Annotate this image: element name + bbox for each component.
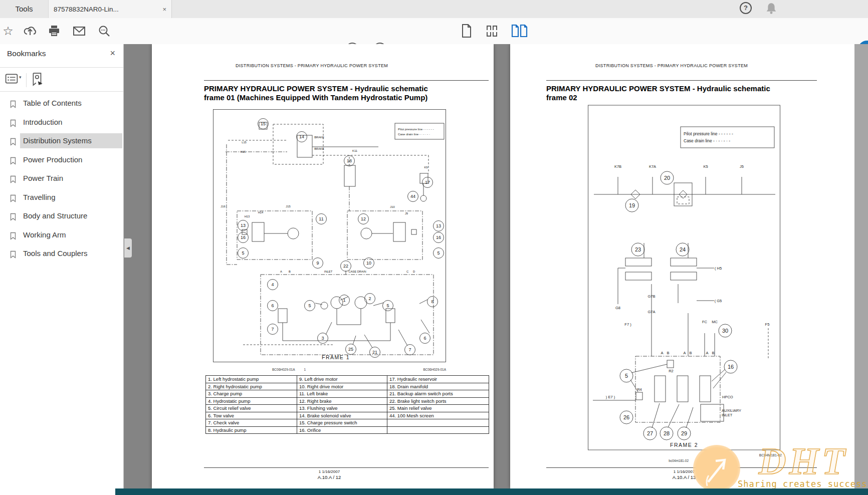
document-area: DISTRIBUTION SYSTEMS - PRIMARY HYDRAULIC… — [124, 44, 868, 488]
svg-text:24: 24 — [680, 246, 686, 253]
bookmark-icon — [9, 100, 17, 108]
legend-cell: 14. Brake solenoid valve — [297, 412, 387, 419]
legend-cell: 2. Right hydrostatic pump — [206, 383, 297, 390]
svg-text:2: 2 — [368, 296, 371, 301]
svg-text:21: 21 — [372, 350, 377, 355]
bookmark-item[interactable]: Power Production — [0, 152, 123, 170]
bookmark-icon — [9, 119, 17, 127]
callout-2: 2 — [365, 294, 375, 304]
schematic-linework — [226, 122, 433, 355]
legend-box: Pilot pressure line - - - - - -Case drai… — [681, 127, 774, 148]
port-label: G7A — [647, 310, 655, 314]
bookmark-item[interactable]: Travelling — [0, 190, 123, 208]
legend-cell: 21. Backup alarm switch ports — [387, 390, 489, 398]
options-caret-icon[interactable]: ▾ — [19, 75, 22, 80]
port-label: MC — [712, 320, 718, 324]
callout-14: 14 — [297, 132, 307, 142]
watermark-arrow-badge — [693, 445, 740, 492]
svg-text:Pilot pressure line - - - - -: Pilot pressure line - - - - - - — [398, 127, 434, 131]
bookmark-item[interactable]: Tools and Couplers — [0, 246, 123, 264]
tab-document[interactable]: 87578832NAR0-Lin... × — [49, 0, 172, 18]
port-label: A — [661, 351, 663, 355]
table-row: 1. Left hydrostatic pump9. Left drive mo… — [206, 376, 489, 383]
callout-12: 12 — [358, 214, 369, 224]
tab-close-icon[interactable]: × — [162, 6, 166, 13]
svg-text:20: 20 — [664, 175, 670, 181]
port-label: ( H5 — [715, 266, 722, 271]
legend-cell: 3. Charge pump — [206, 390, 297, 398]
port-label: B — [689, 351, 692, 355]
figure-caption: BC06H029-01A1 — [272, 368, 306, 371]
single-page-view-icon[interactable] — [461, 24, 475, 38]
hydraulic-schematic-frame2: Pilot pressure line - - - - - -Case drai… — [588, 98, 780, 451]
sidebar-collapse-button[interactable]: ◀ — [124, 238, 132, 258]
callout-17: 17 — [422, 177, 433, 188]
svg-text:14: 14 — [299, 134, 304, 139]
port-label: G8 — [615, 306, 620, 310]
port-label: A — [280, 270, 282, 273]
callout-6: 6 — [420, 333, 430, 344]
callout-11: 11 — [316, 214, 327, 224]
bookmark-item[interactable]: Distribution Systems — [0, 133, 123, 151]
bookmark-item[interactable]: Body and Structure — [0, 208, 123, 226]
bookmark-item-label: Working Arm — [20, 227, 122, 242]
table-row: 7. Check valve15. Charge pressure switch — [206, 419, 489, 427]
help-icon[interactable]: ? — [740, 2, 752, 14]
print-icon[interactable] — [47, 24, 61, 38]
port-label: K11 — [352, 149, 357, 152]
svg-text:16: 16 — [728, 364, 734, 370]
watermark-tagline: Sharing creates success — [738, 479, 867, 489]
table-row: 5. Circuit relief valve13. Flushing valv… — [206, 405, 489, 412]
callout-23: 23 — [631, 243, 644, 256]
bookmark-item[interactable]: Table of Contents — [0, 96, 123, 114]
callout-25: 25 — [346, 344, 356, 355]
callout-22: 22 — [341, 261, 351, 272]
locate-bookmark-icon[interactable] — [31, 72, 44, 88]
legend-cell: 4. Hydrostatic pump — [206, 397, 297, 405]
search-zoom-icon[interactable] — [97, 24, 111, 38]
bookmark-item[interactable]: Power Train — [0, 171, 123, 189]
callout-16: 16 — [238, 232, 249, 243]
scrollbar-track[interactable] — [854, 44, 868, 488]
bookmarks-close-icon[interactable]: × — [110, 48, 115, 59]
port-label: H13 — [245, 215, 250, 218]
bottom-bar — [115, 488, 868, 495]
callout-5: 5 — [238, 248, 249, 259]
acrobat-window: Tools 87578832NAR0-Lin... × ? ☆ — [0, 0, 868, 495]
favorite-star-icon[interactable]: ☆ — [1, 24, 15, 38]
svg-text:27: 27 — [647, 430, 653, 436]
legend-cell: 10. Right drive motor — [297, 383, 387, 390]
bell-icon[interactable] — [765, 2, 778, 15]
tab-document-label: 87578832NAR0-Lin... — [54, 6, 159, 13]
figure-code: BC06H029-01A — [362, 368, 446, 371]
tab-bar: Tools 87578832NAR0-Lin... × ? — [0, 0, 868, 19]
bookmark-options-icon[interactable] — [5, 73, 18, 86]
svg-text:17: 17 — [425, 180, 430, 185]
share-upload-icon[interactable] — [23, 24, 37, 38]
bookmark-item[interactable]: Introduction — [0, 115, 123, 133]
port-label: K15 — [241, 150, 246, 153]
port-label: ( G5 — [715, 299, 722, 303]
svg-text:10: 10 — [366, 261, 371, 266]
legend-cell: 22. Brake light switch ports — [387, 397, 489, 405]
email-icon[interactable] — [72, 24, 86, 38]
table-row: 3. Charge pump11. Left brake21. Backup a… — [206, 390, 489, 398]
svg-text:DHT: DHT — [758, 440, 848, 482]
legend-cell: 6. Tow valve — [206, 412, 297, 419]
scrolling-view-icon[interactable] — [485, 24, 499, 38]
bookmark-item-label: Body and Structure — [20, 208, 122, 223]
table-row: 2. Right hydrostatic pump10. Right drive… — [206, 383, 489, 390]
callout-6: 6 — [268, 301, 278, 311]
svg-text:25: 25 — [348, 347, 353, 352]
legend-cell: 25. Main relief valve — [387, 405, 489, 412]
port-label: J15 — [286, 205, 290, 208]
callout-7: 7 — [268, 324, 278, 335]
bookmark-item[interactable]: Working Arm — [0, 227, 123, 245]
tab-tools[interactable]: Tools — [0, 0, 49, 18]
callout-5: 5 — [433, 248, 444, 259]
port-label: INLET — [722, 413, 733, 417]
divider — [204, 467, 489, 468]
callout-29: 29 — [678, 427, 691, 440]
two-page-view-icon[interactable] — [511, 24, 525, 38]
svg-text:26: 26 — [623, 414, 629, 420]
